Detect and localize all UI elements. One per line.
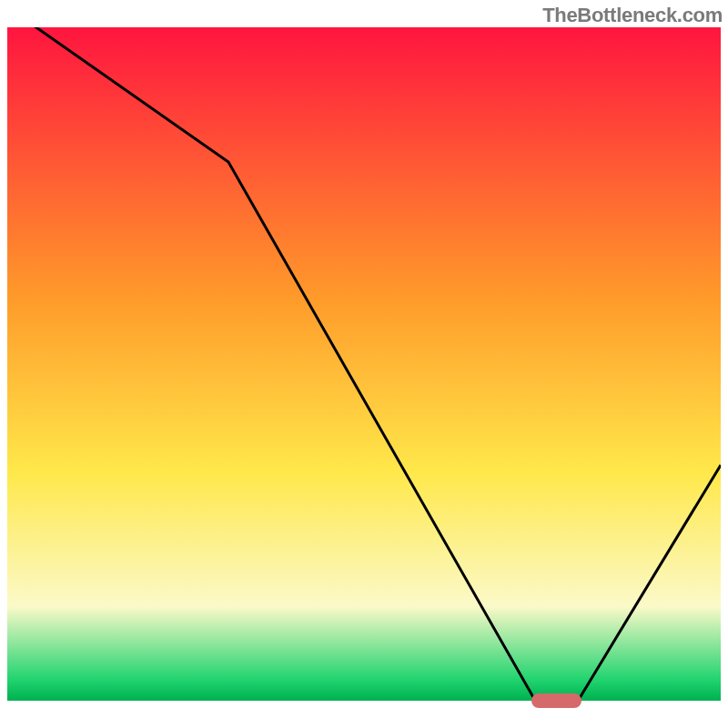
- watermark-text: TheBottleneck.com: [542, 4, 723, 27]
- gradient-background: [7, 27, 721, 701]
- chart-area: [7, 27, 721, 701]
- chart-svg: [7, 27, 721, 701]
- minimum-marker: [531, 693, 581, 708]
